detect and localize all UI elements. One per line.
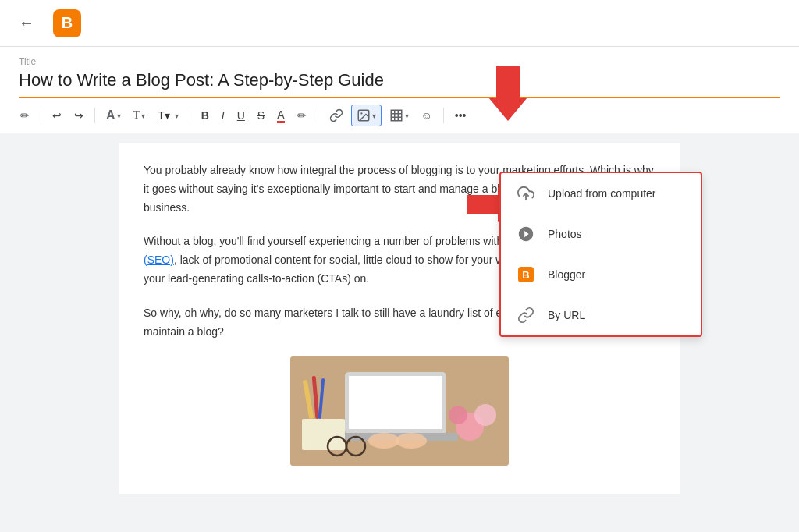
blogger-label: Blogger xyxy=(548,268,585,281)
blog-image xyxy=(290,356,509,466)
text-size-button[interactable]: T ▾ xyxy=(129,106,151,125)
svg-point-1 xyxy=(360,112,362,114)
by-url-item[interactable]: By URL xyxy=(501,295,701,335)
toolbar-divider-3 xyxy=(190,108,190,123)
table-button[interactable]: ▾ xyxy=(385,105,414,126)
upload-label: Upload from computer xyxy=(548,187,656,200)
toolbar-divider-5 xyxy=(443,108,444,123)
italic-button[interactable]: I xyxy=(217,106,229,125)
svg-point-21 xyxy=(474,404,496,426)
bold-button[interactable]: B xyxy=(197,106,214,125)
link-button[interactable] xyxy=(325,105,348,126)
strikethrough-button[interactable]: S xyxy=(253,106,269,125)
svg-point-22 xyxy=(449,406,467,424)
image-button[interactable]: ▾ xyxy=(351,105,382,126)
back-button[interactable]: ← xyxy=(12,11,41,35)
font-button[interactable]: A ▾ xyxy=(101,105,126,126)
style-dropdown[interactable]: T▾ ▾ xyxy=(153,106,183,125)
redo-button[interactable]: ↪ xyxy=(69,106,88,125)
blogger-logo: B xyxy=(53,9,81,37)
pencil-button[interactable]: ✏ xyxy=(16,106,34,125)
more-button[interactable]: ••• xyxy=(450,106,471,125)
upload-icon xyxy=(517,184,535,203)
title-input[interactable] xyxy=(19,70,780,98)
image-dropdown-menu: Upload from computer Photos B Blogger xyxy=(499,172,702,337)
svg-rect-16 xyxy=(302,419,345,450)
url-icon xyxy=(517,306,535,325)
red-arrow-down-indicator xyxy=(488,66,527,121)
photos-label: Photos xyxy=(548,228,582,240)
toolbar-divider-2 xyxy=(94,108,95,123)
svg-marker-7 xyxy=(488,66,527,121)
title-label: Title xyxy=(19,56,780,67)
underline-button[interactable]: U xyxy=(233,106,250,125)
svg-rect-11 xyxy=(349,376,442,429)
undo-button[interactable]: ↩ xyxy=(48,106,66,125)
title-area: Title xyxy=(0,47,799,98)
toolbar-divider-4 xyxy=(318,108,318,123)
blogger-icon: B xyxy=(517,265,535,284)
text-color-button[interactable]: A xyxy=(272,105,289,126)
toolbar: ✏ ↩ ↪ A ▾ T ▾ T▾ ▾ B I U S A ✏ ▾ xyxy=(0,98,799,133)
blogger-item[interactable]: B Blogger xyxy=(501,254,701,295)
photos-icon xyxy=(517,225,535,243)
url-label: By URL xyxy=(548,309,585,321)
svg-point-24 xyxy=(396,433,427,449)
photos-item[interactable]: Photos xyxy=(501,214,701,254)
upload-from-computer-item[interactable]: Upload from computer xyxy=(501,173,701,214)
svg-rect-2 xyxy=(391,110,402,121)
highlight-button[interactable]: ✏ xyxy=(293,106,311,125)
emoji-button[interactable]: ☺ xyxy=(417,106,437,125)
toolbar-divider xyxy=(41,108,41,123)
header-bar: ← B xyxy=(0,0,799,47)
svg-point-23 xyxy=(368,433,400,449)
